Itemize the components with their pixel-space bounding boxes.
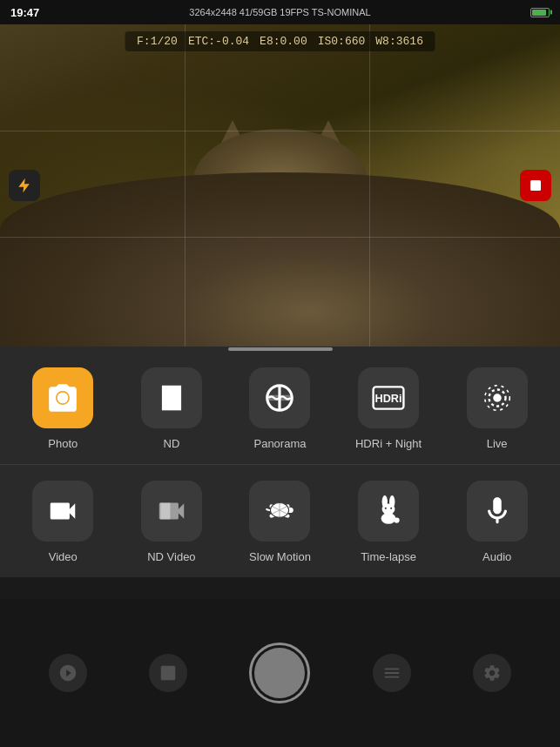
svg-point-21	[390, 508, 392, 509]
svg-point-19	[394, 517, 399, 522]
panorama-icon	[263, 381, 296, 414]
time-lapse-icon	[372, 495, 405, 528]
live-icon-wrap	[467, 367, 528, 428]
status-center-text: 3264x2448 41/59GB 19FPS TS-NOMINAL	[189, 7, 370, 17]
mode-row-2: Video ND Video	[0, 465, 560, 577]
svg-point-1	[57, 393, 69, 404]
svg-point-5	[493, 394, 502, 402]
time-lapse-icon-wrap	[358, 481, 419, 542]
list-icon	[382, 663, 401, 683]
hdri-icon-wrap: HDRi	[358, 367, 419, 428]
mode-item-hdri[interactable]: HDRi HDRi + Night	[334, 367, 443, 450]
shutter-inner	[254, 648, 305, 698]
flash-icon-button[interactable]	[9, 170, 40, 201]
bottom-gallery-btn[interactable]	[149, 654, 187, 692]
mode-item-time-lapse[interactable]: Time-lapse	[334, 481, 443, 563]
audio-icon-wrap	[467, 481, 528, 542]
svg-point-18	[381, 513, 396, 524]
svg-text:HDRi: HDRi	[375, 393, 402, 405]
video-icon	[46, 495, 79, 528]
camera-info-bar: F:1/20 ETC:-0.04 E8:0.00 IS0:660 W8:3616	[125, 31, 435, 51]
audio-icon	[481, 495, 514, 528]
record-button[interactable]	[520, 170, 551, 201]
fstop-param: F:1/20	[137, 35, 178, 48]
ev-param: E8:0.00	[260, 35, 307, 48]
battery-fill	[532, 10, 546, 16]
bottom-left-btn[interactable]	[49, 654, 87, 692]
etc-param: ETC:-0.04	[188, 35, 249, 48]
mode-panel: Photo ND Panorama	[0, 352, 560, 577]
status-right	[530, 8, 550, 17]
slow-motion-icon-wrap	[249, 481, 310, 542]
mode-item-audio[interactable]: Audio	[442, 481, 551, 563]
hdri-label: HDRi + Night	[355, 437, 422, 450]
svg-point-13	[287, 508, 293, 513]
photo-icon-wrap	[32, 367, 93, 428]
bottom-bar	[0, 599, 560, 747]
nd-icon-wrap	[141, 367, 202, 428]
nd-video-label: ND Video	[147, 550, 195, 563]
photo-icon	[46, 381, 79, 414]
panorama-label: Panorama	[253, 437, 306, 450]
live-icon	[481, 381, 514, 414]
mode-item-photo[interactable]: Photo	[9, 367, 118, 450]
nd-icon	[155, 381, 188, 414]
hdri-icon: HDRi	[372, 381, 405, 414]
video-icon-wrap	[32, 481, 93, 542]
viewfinder[interactable]: F:1/20 ETC:-0.04 E8:0.00 IS0:660 W8:3616	[0, 24, 560, 347]
slow-motion-icon	[263, 495, 296, 528]
bottom-left-icon	[58, 663, 78, 683]
audio-label: Audio	[482, 550, 511, 563]
mode-item-slow-motion[interactable]: Slow Motion	[226, 481, 334, 563]
bottom-settings-btn[interactable]	[473, 654, 511, 692]
shutter-button[interactable]	[249, 643, 310, 703]
nd-label: ND	[164, 437, 180, 450]
bottom-list-btn[interactable]	[373, 654, 411, 692]
battery-icon	[530, 8, 550, 17]
bottom-controls	[0, 643, 560, 703]
iso-param: IS0:660	[318, 35, 366, 48]
mode-row-1: Photo ND Panorama	[0, 352, 560, 465]
video-label: Video	[49, 550, 78, 563]
live-label: Live	[487, 437, 508, 450]
mode-item-live[interactable]: Live	[442, 367, 551, 450]
svg-point-20	[385, 508, 387, 509]
status-bar: 19:47 3264x2448 41/59GB 19FPS TS-NOMINAL	[0, 0, 560, 24]
svg-rect-0	[530, 180, 541, 191]
slow-motion-label: Slow Motion	[249, 550, 311, 563]
settings-icon	[482, 663, 502, 683]
status-time: 19:47	[10, 6, 39, 19]
bolt-svg	[16, 177, 33, 194]
mode-item-nd[interactable]: ND	[118, 367, 226, 450]
mode-item-video[interactable]: Video	[9, 481, 118, 563]
mode-item-nd-video[interactable]: ND Video	[118, 481, 226, 563]
wb-param: W8:3616	[375, 35, 423, 48]
mode-item-panorama[interactable]: Panorama	[226, 367, 334, 450]
panorama-icon-wrap	[249, 367, 310, 428]
photo-label: Photo	[48, 437, 78, 450]
rec-icon	[528, 178, 543, 193]
cat-body	[0, 172, 560, 347]
gallery-icon	[159, 663, 178, 683]
nd-video-icon	[155, 495, 188, 528]
time-lapse-label: Time-lapse	[361, 550, 416, 563]
slider-pill	[228, 347, 333, 351]
nd-video-icon-wrap	[141, 481, 202, 542]
